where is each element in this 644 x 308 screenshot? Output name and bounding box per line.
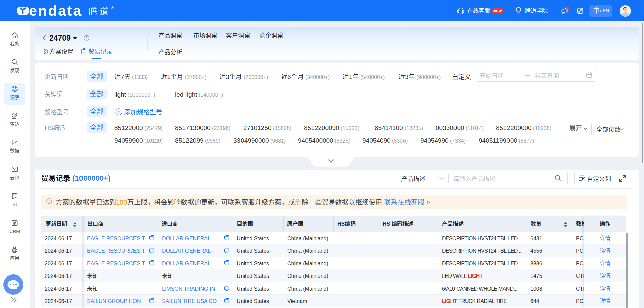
svg-text:BI: BI <box>15 196 18 199</box>
